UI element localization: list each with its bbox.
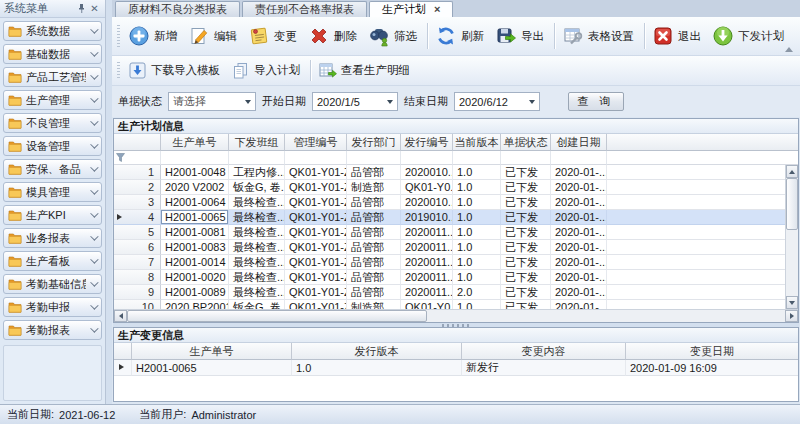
sidebar-item[interactable]: 生产KPI	[3, 205, 102, 225]
column-header-status[interactable]: 单据状态	[501, 134, 551, 151]
toolbar-overflow-icon[interactable]	[785, 47, 793, 52]
sidebar-item[interactable]: 业务报表	[3, 228, 102, 248]
sidebar-item[interactable]: 产品工艺管理	[3, 67, 102, 87]
plan-table-row[interactable]: 10 2020 BP2001 钣金G, 卷 QK01-Y01-Z03 制造部 Q…	[114, 300, 798, 309]
sidebar-item[interactable]: 系统数据	[3, 21, 102, 41]
column-header-issue-no[interactable]: 发行编号	[401, 134, 453, 151]
pin-icon[interactable]	[75, 2, 88, 15]
download-icon	[128, 61, 147, 80]
sidebar-item[interactable]: 考勤报表	[3, 320, 102, 340]
issue-plan-button[interactable]: 下发计划	[708, 23, 791, 49]
filter-cell[interactable]	[453, 151, 501, 165]
filter-cell[interactable]	[161, 151, 229, 165]
plan-table-row[interactable]: 8 H2001-0020 最终检查... QK01-Y01-Z02 品管部 20…	[114, 270, 798, 285]
delete-button[interactable]: 删除	[304, 23, 364, 49]
scroll-right-button[interactable]	[785, 310, 798, 322]
vertical-scrollbar[interactable]	[785, 165, 798, 309]
cell-dept: 品管部	[347, 210, 401, 225]
sidebar-item[interactable]: 生产看板	[3, 251, 102, 271]
sidebar-item-label: 考勤基础信息	[26, 277, 86, 292]
view-production-detail-button[interactable]: 查看生产明细	[314, 59, 417, 82]
column-header-content[interactable]: 变更内容	[462, 343, 626, 360]
column-header-order[interactable]: 生产单号	[132, 343, 292, 360]
plan-table-row[interactable]: 4 H2001-0065 最终检查... QK01-Y01-Z02 品管部 20…	[114, 210, 798, 225]
column-header-date[interactable]: 变更日期	[626, 343, 798, 360]
row-number: 2	[148, 181, 154, 193]
sidebar-item[interactable]: 劳保、备品	[3, 159, 102, 179]
column-header-mgmt-no[interactable]: 管理编号	[285, 134, 347, 151]
filter-cell[interactable]	[401, 151, 453, 165]
cell-issue-no: 2020011...	[401, 240, 453, 255]
horizontal-scrollbar[interactable]	[114, 309, 798, 322]
cell-status: 已下发	[501, 300, 551, 309]
plan-table-row[interactable]: 3 H2001-0064 最终检查... QK01-Y01-Z02 品管部 20…	[114, 195, 798, 210]
new-button[interactable]: 新增	[124, 23, 184, 49]
close-tab-icon[interactable]: ×	[434, 4, 440, 15]
import-plan-button[interactable]: 导入计划	[227, 59, 307, 82]
plan-table-row[interactable]: 2 2020 V2002 钣金G, 卷... QK01-Y01-Z03 制造部 …	[114, 180, 798, 195]
sidebar-item[interactable]: 基础数据	[3, 44, 102, 64]
filter-cell[interactable]	[551, 151, 607, 165]
cell-order-no: H2001-0089	[161, 285, 229, 300]
close-sidebar-icon[interactable]: ✕	[88, 2, 101, 15]
filter-cell[interactable]	[501, 151, 551, 165]
sidebar-item[interactable]: 考勤基础信息	[3, 274, 102, 294]
cell-team: 最终检查...	[229, 255, 285, 270]
column-header-version[interactable]: 发行版本	[292, 343, 462, 360]
column-header-team[interactable]: 下发班组	[229, 134, 285, 151]
filter-cell[interactable]	[229, 151, 285, 165]
filter-cell[interactable]	[285, 151, 347, 165]
sidebar-item[interactable]: 不良管理	[3, 113, 102, 133]
plan-table-row[interactable]: 6 H2001-0083 最终检查... QK01-Y01-Z02 品管部 20…	[114, 240, 798, 255]
column-header-order[interactable]: 生产单号	[161, 134, 229, 151]
tab-responsibility-defect-report[interactable]: 责任别不合格率报表	[242, 1, 367, 17]
cell-team: 钣金G, 卷...	[229, 180, 285, 195]
scrollbar-thumb[interactable]	[786, 178, 798, 230]
table-settings-button[interactable]: 表格设置	[558, 23, 641, 49]
cell-team: 最终检查...	[229, 210, 285, 225]
sidebar-item[interactable]: 设备管理	[3, 136, 102, 156]
plan-table-row[interactable]: 7 H2001-0014 最终检查... QK01-Y01-Z02 品管部 20…	[114, 255, 798, 270]
column-header-created[interactable]: 创建日期	[551, 134, 607, 151]
start-date-picker[interactable]: 2020/1/5	[312, 92, 398, 111]
change-button[interactable]: 变更	[244, 23, 304, 49]
cell-version: 1.0	[453, 210, 501, 225]
toolbar-grip[interactable]	[117, 25, 120, 48]
edit-button[interactable]: 编辑	[184, 23, 244, 49]
query-button[interactable]: 查 询	[568, 92, 624, 111]
sidebar-item-label: 不良管理	[26, 116, 86, 131]
plan-table-row[interactable]: 1 H2001-0048 工程内修... QK01-Y01-Z02 品管部 20…	[114, 165, 798, 180]
scrollbar-track[interactable]	[786, 230, 798, 296]
column-header-version[interactable]: 当前版本	[453, 134, 501, 151]
end-date-picker[interactable]: 2020/6/12	[454, 92, 540, 111]
exit-button[interactable]: 退出	[648, 23, 708, 49]
row-number: 10	[142, 301, 154, 309]
column-header-dept[interactable]: 发行部门	[347, 134, 401, 151]
scroll-down-button[interactable]	[786, 296, 798, 309]
download-template-button[interactable]: 下载导入模板	[124, 59, 227, 82]
tab-raw-material-defect-report[interactable]: 原材料不良分类报表	[115, 1, 240, 17]
sidebar-item[interactable]: 考勤申报	[3, 297, 102, 317]
refresh-button[interactable]: 刷新	[431, 23, 491, 49]
funnel-icon	[116, 153, 125, 162]
tab-production-plan[interactable]: 生产计划 ×	[369, 1, 453, 17]
scrollbar-thumb[interactable]	[127, 310, 427, 322]
toolbar-separator	[554, 23, 555, 50]
filter-button[interactable]: 筛选	[364, 23, 424, 49]
scroll-left-button[interactable]	[114, 310, 127, 322]
filter-cell[interactable]	[347, 151, 401, 165]
scrollbar-track[interactable]	[427, 310, 785, 322]
scroll-up-button[interactable]	[786, 165, 798, 178]
plan-table-row[interactable]: 5 H2001-0081 最终检查... QK01-Y01-Z02 品管部 20…	[114, 225, 798, 240]
plan-table-row[interactable]: 9 H2001-0089 最终检查... QK01-Y01-Z02 品管部 20…	[114, 285, 798, 300]
change-grid: 生产单号 发行版本 变更内容 变更日期 H2001-0065 1.0 新发行	[114, 343, 798, 401]
sidebar-item[interactable]: 模具管理	[3, 182, 102, 202]
toolbar-grip[interactable]	[117, 62, 120, 79]
export-button[interactable]: 导出	[491, 23, 551, 49]
change-table-row[interactable]: H2001-0065 1.0 新发行 2020-01-09 16:09	[114, 360, 798, 376]
row-number-cell: 1	[114, 165, 161, 180]
status-filter-select[interactable]: 请选择	[168, 92, 256, 111]
secondary-toolbar: 下载导入模板 导入计划	[112, 56, 800, 86]
cell-team: 工程内修...	[229, 165, 285, 180]
sidebar-item[interactable]: 生产管理	[3, 90, 102, 110]
